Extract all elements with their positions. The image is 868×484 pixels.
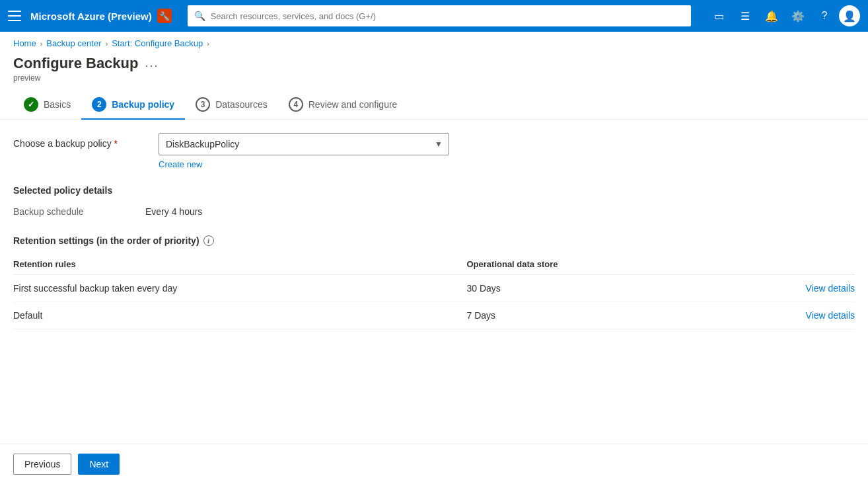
content-area: Choose a backup policy * DiskBackupPolic… bbox=[0, 133, 868, 387]
required-star: * bbox=[114, 138, 118, 149]
view-details-link-1[interactable]: View details bbox=[719, 275, 855, 302]
breadcrumb-sep-2: › bbox=[105, 40, 108, 48]
cloud-shell-icon[interactable]: ▭ bbox=[707, 4, 731, 28]
azure-badge: 🔧 bbox=[157, 9, 172, 23]
col-retention-rules: Retention rules bbox=[13, 254, 466, 275]
breadcrumb-backup-center[interactable]: Backup center bbox=[46, 38, 101, 48]
tab-basics-num: ✓ bbox=[24, 97, 38, 112]
page-title: Configure Backup bbox=[13, 55, 138, 72]
backup-schedule-label: Backup schedule bbox=[13, 206, 145, 217]
search-input[interactable] bbox=[211, 11, 684, 21]
rule-name-1: First successful backup taken every day bbox=[13, 275, 466, 302]
breadcrumb-home[interactable]: Home bbox=[13, 38, 36, 48]
search-icon: 🔍 bbox=[194, 11, 205, 21]
backup-schedule-row: Backup schedule Every 4 hours bbox=[13, 206, 855, 217]
create-new-link[interactable]: Create new bbox=[159, 159, 202, 169]
footer: Previous Next bbox=[0, 444, 868, 484]
tab-basics-label: Basics bbox=[44, 99, 71, 110]
hamburger-menu[interactable] bbox=[8, 9, 21, 22]
tab-datasources-num: 3 bbox=[196, 97, 210, 112]
ellipsis-menu[interactable]: ··· bbox=[145, 59, 159, 73]
tab-policy-label: Backup policy bbox=[112, 99, 174, 110]
retention-title: Retention settings (in the order of prio… bbox=[13, 235, 855, 246]
col-actions bbox=[719, 254, 855, 275]
settings-icon[interactable]: ⚙️ bbox=[786, 4, 810, 28]
policy-form-row: Choose a backup policy * DiskBackupPolic… bbox=[13, 133, 855, 169]
rule-name-2: Default bbox=[13, 302, 466, 329]
breadcrumb-sep-1: › bbox=[40, 40, 43, 48]
policy-control: DiskBackupPolicy ▼ Create new bbox=[159, 133, 449, 169]
page-header: Configure Backup preview ··· bbox=[0, 55, 868, 91]
policy-label: Choose a backup policy * bbox=[13, 133, 145, 149]
tab-basics[interactable]: ✓ Basics bbox=[13, 91, 81, 120]
backup-schedule-value: Every 4 hours bbox=[145, 206, 202, 217]
breadcrumb-sep-3: › bbox=[207, 40, 209, 48]
search-bar[interactable]: 🔍 bbox=[188, 5, 691, 26]
next-button[interactable]: Next bbox=[78, 454, 120, 475]
tabs: ✓ Basics 2 Backup policy 3 Datasources 4… bbox=[0, 91, 868, 120]
notifications-icon[interactable]: 🔔 bbox=[760, 4, 783, 28]
col-operational-store: Operational data store bbox=[466, 254, 719, 275]
view-details-link-2[interactable]: View details bbox=[719, 302, 855, 329]
tab-datasources[interactable]: 3 Datasources bbox=[185, 91, 278, 120]
portal-menu-icon[interactable]: ☰ bbox=[733, 4, 757, 28]
avatar[interactable]: 👤 bbox=[839, 5, 860, 26]
tab-datasources-label: Datasources bbox=[215, 99, 268, 110]
info-icon[interactable]: i bbox=[203, 235, 214, 246]
tab-policy-num: 2 bbox=[92, 97, 106, 112]
app-title: Microsoft Azure (Preview) bbox=[30, 11, 152, 22]
breadcrumb-configure[interactable]: Start: Configure Backup bbox=[112, 38, 203, 48]
policy-select[interactable]: DiskBackupPolicy bbox=[159, 133, 449, 155]
store-value-2: 7 Days bbox=[466, 302, 719, 329]
tab-review-num: 4 bbox=[289, 97, 303, 112]
policy-select-wrapper: DiskBackupPolicy ▼ bbox=[159, 133, 449, 155]
tab-backup-policy[interactable]: 2 Backup policy bbox=[81, 91, 185, 120]
table-row: Default 7 Days View details bbox=[13, 302, 855, 329]
main-area: Home › Backup center › Start: Configure … bbox=[0, 32, 868, 484]
table-row: First successful backup taken every day … bbox=[13, 275, 855, 302]
retention-table: Retention rules Operational data store F… bbox=[13, 254, 855, 329]
policy-details-title: Selected policy details bbox=[13, 185, 855, 196]
breadcrumb: Home › Backup center › Start: Configure … bbox=[0, 32, 868, 55]
help-icon[interactable]: ? bbox=[813, 4, 836, 28]
store-value-1: 30 Days bbox=[466, 275, 719, 302]
page-subtitle: preview bbox=[13, 73, 138, 83]
tab-review[interactable]: 4 Review and configure bbox=[278, 91, 408, 120]
tab-review-label: Review and configure bbox=[308, 99, 398, 110]
topbar-icons: ▭ ☰ 🔔 ⚙️ ? 👤 bbox=[707, 4, 860, 28]
previous-button[interactable]: Previous bbox=[13, 454, 71, 475]
topbar: Microsoft Azure (Preview) 🔧 🔍 ▭ ☰ 🔔 ⚙️ ?… bbox=[0, 0, 868, 32]
